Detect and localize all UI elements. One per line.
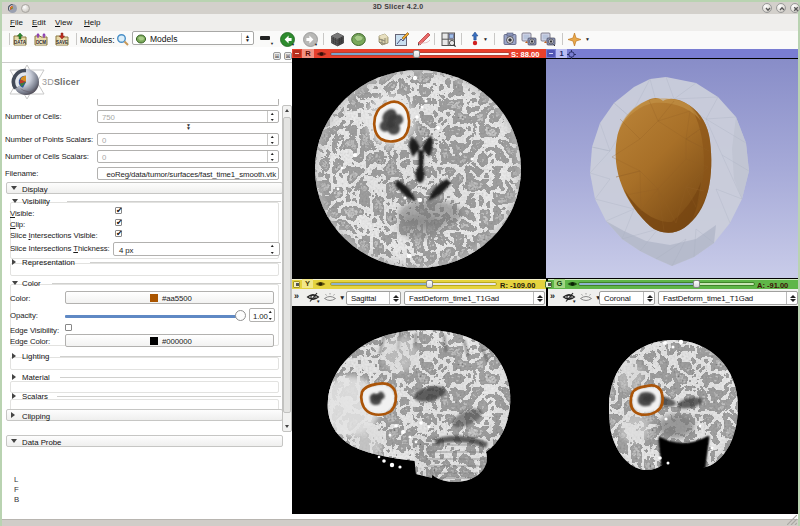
svg-text:SAVE: SAVE <box>56 40 68 45</box>
svg-text:DATA: DATA <box>14 40 27 45</box>
svg-text:DCM: DCM <box>36 40 46 45</box>
